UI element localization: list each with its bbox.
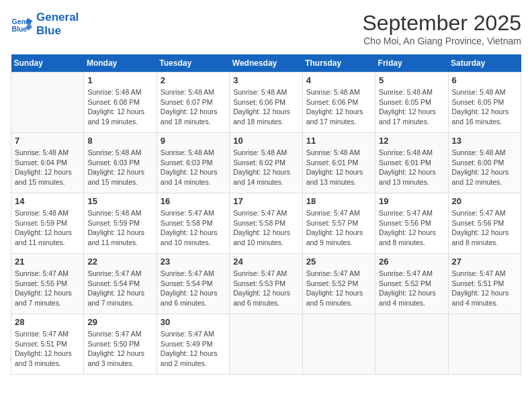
day-number: 5 [379, 75, 444, 85]
calendar-cell: 25Sunrise: 5:47 AM Sunset: 5:52 PM Dayli… [302, 254, 375, 314]
col-header-thursday: Thursday [302, 54, 375, 73]
month-title: September 2025 [362, 11, 521, 36]
day-info: Sunrise: 5:47 AM Sunset: 5:56 PM Dayligh… [379, 208, 444, 248]
calendar-cell: 3Sunrise: 5:48 AM Sunset: 6:06 PM Daylig… [230, 73, 302, 133]
calendar-cell: 16Sunrise: 5:47 AM Sunset: 5:58 PM Dayli… [157, 193, 229, 254]
calendar-cell: 24Sunrise: 5:47 AM Sunset: 5:53 PM Dayli… [230, 254, 302, 314]
day-info: Sunrise: 5:47 AM Sunset: 5:54 PM Dayligh… [161, 269, 226, 308]
calendar-cell: 2Sunrise: 5:48 AM Sunset: 6:07 PM Daylig… [157, 73, 229, 133]
calendar-cell: 12Sunrise: 5:48 AM Sunset: 6:01 PM Dayli… [375, 133, 448, 193]
calendar-cell: 23Sunrise: 5:47 AM Sunset: 5:54 PM Dayli… [157, 254, 229, 314]
day-number: 7 [15, 136, 80, 146]
day-info: Sunrise: 5:47 AM Sunset: 5:53 PM Dayligh… [233, 269, 298, 308]
day-number: 8 [87, 136, 152, 146]
day-number: 9 [161, 136, 226, 146]
day-info: Sunrise: 5:47 AM Sunset: 5:52 PM Dayligh… [379, 269, 444, 308]
day-number: 12 [379, 136, 444, 146]
calendar-cell: 6Sunrise: 5:48 AM Sunset: 6:05 PM Daylig… [448, 73, 521, 133]
day-info: Sunrise: 5:48 AM Sunset: 6:06 PM Dayligh… [306, 87, 371, 127]
day-info: Sunrise: 5:48 AM Sunset: 6:04 PM Dayligh… [15, 148, 80, 187]
calendar-cell: 18Sunrise: 5:47 AM Sunset: 5:57 PM Dayli… [302, 193, 375, 254]
calendar-cell [302, 314, 375, 375]
day-info: Sunrise: 5:47 AM Sunset: 5:58 PM Dayligh… [233, 208, 298, 248]
day-info: Sunrise: 5:47 AM Sunset: 5:54 PM Dayligh… [87, 269, 152, 308]
calendar-cell: 5Sunrise: 5:48 AM Sunset: 6:05 PM Daylig… [375, 73, 448, 133]
calendar-cell [11, 73, 84, 133]
day-number: 24 [233, 257, 298, 267]
calendar-cell: 22Sunrise: 5:47 AM Sunset: 5:54 PM Dayli… [84, 254, 157, 314]
calendar-cell: 26Sunrise: 5:47 AM Sunset: 5:52 PM Dayli… [375, 254, 448, 314]
calendar-cell: 8Sunrise: 5:48 AM Sunset: 6:03 PM Daylig… [84, 133, 157, 193]
day-number: 1 [87, 75, 152, 85]
day-number: 27 [452, 257, 517, 267]
day-info: Sunrise: 5:47 AM Sunset: 5:51 PM Dayligh… [452, 269, 517, 308]
col-header-wednesday: Wednesday [230, 54, 302, 73]
logo-blue: Blue [36, 24, 79, 38]
col-header-tuesday: Tuesday [157, 54, 229, 73]
day-number: 20 [452, 196, 517, 206]
day-number: 6 [452, 75, 517, 85]
logo: General Blue General Blue [11, 11, 79, 38]
calendar-week-2: 7Sunrise: 5:48 AM Sunset: 6:04 PM Daylig… [11, 133, 521, 193]
calendar-cell: 1Sunrise: 5:48 AM Sunset: 6:08 PM Daylig… [84, 73, 157, 133]
day-info: Sunrise: 5:48 AM Sunset: 5:59 PM Dayligh… [15, 208, 80, 248]
day-info: Sunrise: 5:47 AM Sunset: 5:56 PM Dayligh… [452, 208, 517, 248]
day-number: 3 [233, 75, 298, 85]
day-info: Sunrise: 5:48 AM Sunset: 6:07 PM Dayligh… [161, 87, 226, 127]
calendar-week-5: 28Sunrise: 5:47 AM Sunset: 5:51 PM Dayli… [11, 314, 521, 375]
calendar-header-row: SundayMondayTuesdayWednesdayThursdayFrid… [11, 54, 521, 73]
day-info: Sunrise: 5:47 AM Sunset: 5:58 PM Dayligh… [161, 208, 226, 248]
day-number: 4 [306, 75, 371, 85]
calendar-cell: 28Sunrise: 5:47 AM Sunset: 5:51 PM Dayli… [11, 314, 84, 375]
col-header-saturday: Saturday [448, 54, 521, 73]
day-info: Sunrise: 5:47 AM Sunset: 5:49 PM Dayligh… [161, 329, 226, 369]
calendar-cell: 27Sunrise: 5:47 AM Sunset: 5:51 PM Dayli… [448, 254, 521, 314]
day-info: Sunrise: 5:47 AM Sunset: 5:51 PM Dayligh… [15, 329, 80, 369]
day-number: 2 [161, 75, 226, 85]
calendar-cell: 10Sunrise: 5:48 AM Sunset: 6:02 PM Dayli… [230, 133, 302, 193]
day-info: Sunrise: 5:48 AM Sunset: 6:05 PM Dayligh… [379, 87, 444, 127]
calendar-cell: 20Sunrise: 5:47 AM Sunset: 5:56 PM Dayli… [448, 193, 521, 254]
day-number: 18 [306, 196, 371, 206]
calendar-table: SundayMondayTuesdayWednesdayThursdayFrid… [11, 54, 521, 375]
day-info: Sunrise: 5:48 AM Sunset: 6:00 PM Dayligh… [452, 148, 517, 187]
col-header-sunday: Sunday [11, 54, 84, 73]
day-info: Sunrise: 5:48 AM Sunset: 6:06 PM Dayligh… [233, 87, 298, 127]
day-number: 25 [306, 257, 371, 267]
calendar-cell: 7Sunrise: 5:48 AM Sunset: 6:04 PM Daylig… [11, 133, 84, 193]
calendar-week-1: 1Sunrise: 5:48 AM Sunset: 6:08 PM Daylig… [11, 73, 521, 133]
calendar-cell: 13Sunrise: 5:48 AM Sunset: 6:00 PM Dayli… [448, 133, 521, 193]
day-number: 19 [379, 196, 444, 206]
day-number: 15 [87, 196, 152, 206]
day-info: Sunrise: 5:47 AM Sunset: 5:57 PM Dayligh… [306, 208, 371, 248]
logo-icon: General Blue [11, 13, 32, 35]
day-number: 29 [87, 317, 152, 327]
day-info: Sunrise: 5:47 AM Sunset: 5:50 PM Dayligh… [87, 329, 152, 369]
title-area: September 2025 Cho Moi, An Giang Provinc… [362, 11, 521, 46]
calendar-cell: 9Sunrise: 5:48 AM Sunset: 6:03 PM Daylig… [157, 133, 229, 193]
day-info: Sunrise: 5:48 AM Sunset: 6:01 PM Dayligh… [306, 148, 371, 187]
calendar-cell: 15Sunrise: 5:48 AM Sunset: 5:59 PM Dayli… [84, 193, 157, 254]
svg-text:Blue: Blue [12, 26, 28, 34]
day-info: Sunrise: 5:47 AM Sunset: 5:52 PM Dayligh… [306, 269, 371, 308]
day-number: 17 [233, 196, 298, 206]
day-number: 28 [15, 317, 80, 327]
calendar-cell [375, 314, 448, 375]
header: General Blue General Blue September 2025… [11, 11, 521, 46]
calendar-cell: 29Sunrise: 5:47 AM Sunset: 5:50 PM Dayli… [84, 314, 157, 375]
calendar-cell [448, 314, 521, 375]
calendar-cell: 14Sunrise: 5:48 AM Sunset: 5:59 PM Dayli… [11, 193, 84, 254]
calendar-cell [230, 314, 302, 375]
calendar-week-3: 14Sunrise: 5:48 AM Sunset: 5:59 PM Dayli… [11, 193, 521, 254]
col-header-friday: Friday [375, 54, 448, 73]
day-info: Sunrise: 5:48 AM Sunset: 6:03 PM Dayligh… [87, 148, 152, 187]
location-subtitle: Cho Moi, An Giang Province, Vietnam [362, 36, 521, 46]
day-number: 14 [15, 196, 80, 206]
day-info: Sunrise: 5:48 AM Sunset: 5:59 PM Dayligh… [87, 208, 152, 248]
day-info: Sunrise: 5:48 AM Sunset: 6:08 PM Dayligh… [87, 87, 152, 127]
calendar-cell: 19Sunrise: 5:47 AM Sunset: 5:56 PM Dayli… [375, 193, 448, 254]
calendar-cell: 21Sunrise: 5:47 AM Sunset: 5:55 PM Dayli… [11, 254, 84, 314]
logo-general: General [36, 11, 79, 24]
day-number: 22 [87, 257, 152, 267]
day-info: Sunrise: 5:48 AM Sunset: 6:03 PM Dayligh… [161, 148, 226, 187]
